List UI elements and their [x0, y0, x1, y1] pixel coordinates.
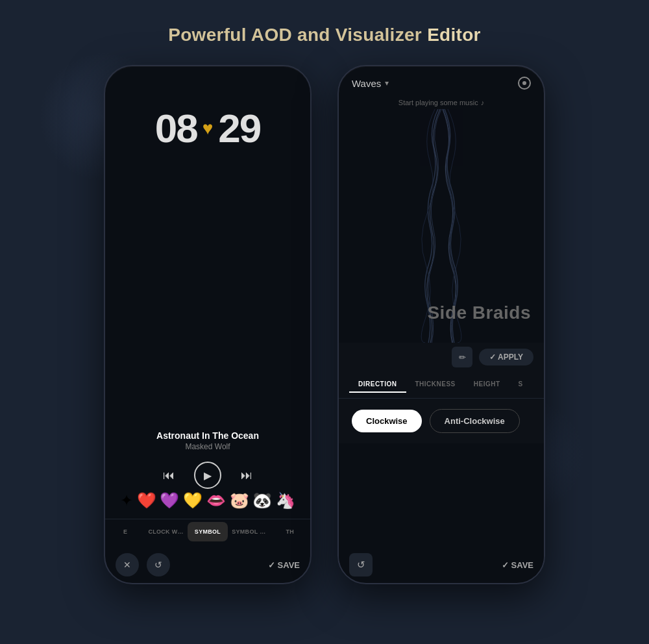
bottom-tabs: E CLOCK WEIGHT SYMBOL SYMBOL SIZE TH [105, 519, 310, 544]
save-label: ✓ SAVE [268, 560, 300, 570]
tab-direction[interactable]: DIRECTION [349, 377, 406, 393]
symbol-red-heart[interactable]: ❤️ [137, 491, 156, 510]
settings-icon[interactable] [518, 77, 531, 90]
apply-label: ✓ APPLY [489, 353, 523, 362]
edit-button[interactable]: ✏ [452, 347, 472, 367]
top-bar: Waves ▾ [339, 66, 544, 95]
bottom-save-bar: ↺ ✓ SAVE [339, 553, 544, 576]
clock-hours: 08 [155, 105, 197, 151]
player-controls: ⏮ ▶ ⏭ [105, 462, 310, 489]
tab-e[interactable]: E [105, 522, 145, 541]
save-right-label: ✓ SAVE [502, 560, 533, 570]
prev-button[interactable]: ⏮ [163, 469, 175, 482]
symbol-panda[interactable]: 🐼 [252, 491, 272, 510]
symbol-yellow-heart[interactable]: 💛 [183, 491, 202, 510]
now-playing-area: Astronaut In The Ocean Masked Wolf ⏮ ▶ ⏭ [105, 430, 310, 489]
symbol-row: ✦ ❤️ 💜 💛 👄 🐷 🐼 🦄 [105, 486, 310, 515]
song-artist: Masked Wolf [105, 442, 310, 451]
option-anticlockwise[interactable]: Anti-Clockwise [430, 409, 520, 433]
bottom-actions: ✕ ↺ ✓ SAVE [105, 553, 310, 576]
visualizer-canvas: Side Braids [339, 109, 544, 343]
visualizer-area: Side Braids [339, 109, 544, 343]
play-button[interactable]: ▶ [194, 462, 221, 489]
next-button[interactable]: ⏭ [241, 469, 252, 482]
tab-s[interactable]: S [509, 377, 532, 393]
phone-left: 08 ♥ 29 Astronaut In The Ocean Masked Wo… [104, 65, 312, 584]
hint-text: Start playing some music [398, 99, 478, 106]
phones-container: 08 ♥ 29 Astronaut In The Ocean Masked Wo… [0, 65, 649, 584]
reset-right-button[interactable]: ↺ [349, 553, 373, 576]
clock-display: 08 ♥ 29 [105, 105, 310, 151]
symbol-purple-heart[interactable]: 💜 [160, 491, 179, 510]
page-title: Powerful AOD and Visualizer Editor [0, 0, 649, 65]
music-hint: Start playing some music ♪ [339, 95, 544, 109]
direction-tabs: DIRECTION THICKNESS HEIGHT S [339, 371, 544, 399]
tab-thickness[interactable]: THICKNESS [406, 377, 465, 393]
music-note-icon: ♪ [481, 99, 485, 106]
clock-area: 08 ♥ 29 [105, 66, 310, 164]
visualizer-name: Waves [352, 78, 381, 89]
apply-bar: ✏ ✓ APPLY [339, 343, 544, 371]
close-button[interactable]: ✕ [116, 553, 139, 576]
title-text-bold: Editor [427, 25, 481, 45]
tab-clock-weight[interactable]: CLOCK WEIGHT [145, 522, 186, 541]
save-button[interactable]: ✓ SAVE [268, 560, 300, 570]
tab-symbol[interactable]: SYMBOL [188, 522, 228, 541]
symbol-pig[interactable]: 🐷 [230, 491, 249, 510]
option-clockwise[interactable]: Clockwise [352, 410, 422, 432]
reset-button[interactable]: ↺ [147, 553, 170, 576]
song-title: Astronaut In The Ocean [105, 430, 310, 441]
title-text-start: Powerful AOD and Visualizer [168, 25, 427, 45]
clock-separator: ♥ [202, 118, 214, 139]
direction-options: Clockwise Anti-Clockwise [339, 399, 544, 443]
phone-right: Waves ▾ Start playing some music ♪ [337, 65, 545, 584]
tab-symbol-size[interactable]: SYMBOL SIZE [229, 522, 269, 541]
chevron-down-icon: ▾ [385, 79, 389, 88]
symbol-lips[interactable]: 👄 [206, 491, 226, 510]
symbol-unicorn[interactable]: 🦄 [276, 491, 295, 510]
save-right-button[interactable]: ✓ SAVE [502, 560, 533, 570]
preset-name: Side Braids [427, 303, 531, 323]
waves-selector[interactable]: Waves ▾ [352, 78, 389, 89]
tab-height[interactable]: HEIGHT [465, 377, 509, 393]
symbol-sparkle[interactable]: ✦ [120, 491, 133, 510]
apply-button[interactable]: ✓ APPLY [479, 349, 533, 365]
clock-minutes: 29 [218, 105, 260, 151]
tab-th[interactable]: TH [270, 522, 310, 541]
